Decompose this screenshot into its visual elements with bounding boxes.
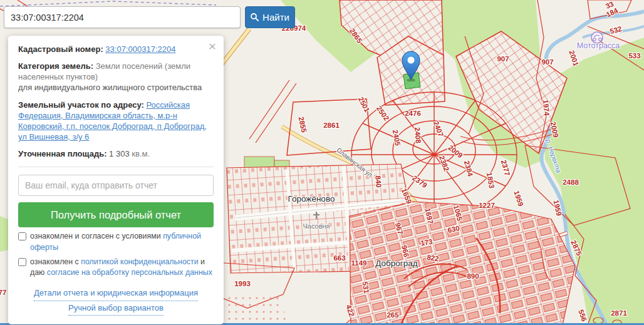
find-button[interactable]: Найти: [245, 6, 295, 28]
land-category-value2: для индивидуального жилищного строительс…: [18, 83, 202, 92]
divider: [18, 167, 214, 167]
parcel-info-card: × Кадастровый номер: 33:07:000317:2204 К…: [8, 36, 224, 324]
area-units: кв.м.: [132, 149, 150, 158]
area-row: Уточненная площадь: 1 303 кв.м.: [18, 148, 214, 159]
get-report-button[interactable]: Получить подробный отчет: [18, 202, 214, 227]
close-icon[interactable]: ×: [209, 39, 216, 53]
land-category-label: Категория земель:: [18, 61, 93, 71]
address-label: Земельный участок по адресу:: [18, 100, 144, 110]
email-input[interactable]: [18, 175, 214, 196]
agreement-text: ознакомлен и согласен с условиями публич…: [30, 231, 214, 253]
agreement-link[interactable]: политикой конфиденциальности: [81, 257, 198, 266]
search-bar: Найти: [4, 6, 295, 28]
land-category-row: Категория земель: Земли поселений (земли…: [18, 61, 214, 93]
footer-link[interactable]: Ручной выбор вариантов: [68, 301, 164, 316]
area-label: Уточненная площадь:: [18, 149, 106, 158]
agreement-link[interactable]: согласие на обработку персональных данны…: [47, 268, 212, 277]
agreement-row: ознакомлен и согласен с условиями публич…: [18, 231, 214, 253]
agreements: ознакомлен и согласен с условиями публич…: [18, 231, 214, 278]
search-icon: [251, 13, 259, 21]
footer-links: Детали отчета и юридическая информацияРу…: [18, 286, 214, 316]
cadastral-number-row: Кадастровый номер: 33:07:000317:2204: [18, 44, 214, 54]
agreement-link[interactable]: публичной оферты: [30, 232, 201, 251]
cadastral-number-label: Кадастровый номер:: [18, 44, 103, 54]
find-button-label: Найти: [262, 12, 289, 23]
agreement-checkbox[interactable]: [18, 232, 26, 240]
agreement-checkbox[interactable]: [18, 258, 26, 266]
agreement-row: ознакомлен с политикой конфиденциальност…: [18, 257, 214, 279]
cadastral-number-link[interactable]: 33:07:000317:2204: [105, 44, 175, 54]
cadastral-search-input[interactable]: [4, 6, 241, 28]
agreement-text: ознакомлен с политикой конфиденциальност…: [30, 257, 214, 279]
area-value: 1 303: [109, 149, 130, 158]
motocross-icon: [591, 32, 603, 43]
address-row: Земельный участок по адресу: Российская …: [18, 100, 214, 143]
cadastral-map-app: 2269742865285528612501250224762405240824…: [0, 0, 644, 325]
footer-link[interactable]: Детали отчета и юридическая информация: [34, 286, 198, 301]
